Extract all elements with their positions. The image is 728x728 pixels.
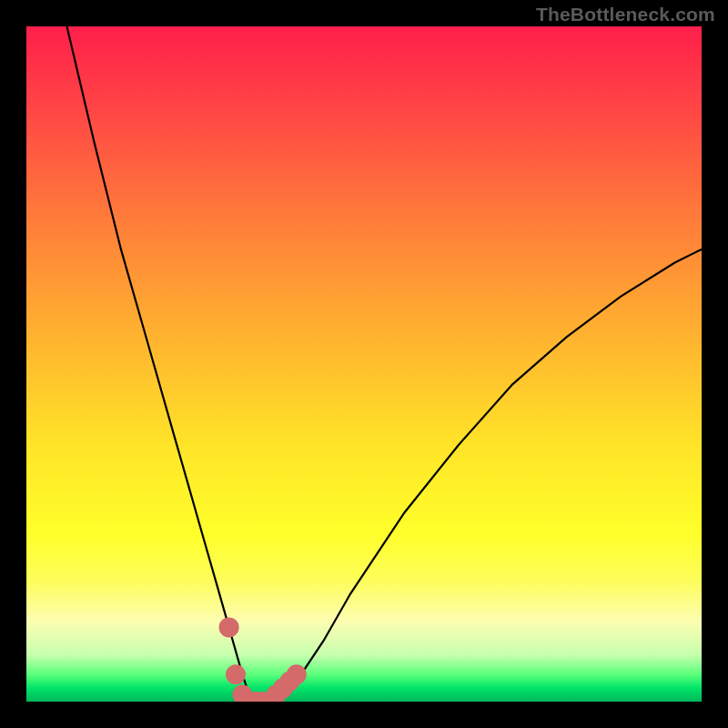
chart-svg [26,26,702,702]
highlight-dot [287,664,307,684]
highlight-dot [226,664,246,684]
bottleneck-curve-path [67,26,703,702]
watermark-text: TheBottleneck.com [536,4,715,25]
highlight-dots-group [219,617,307,702]
highlight-dot [219,617,239,637]
chart-plot-area [26,26,702,702]
